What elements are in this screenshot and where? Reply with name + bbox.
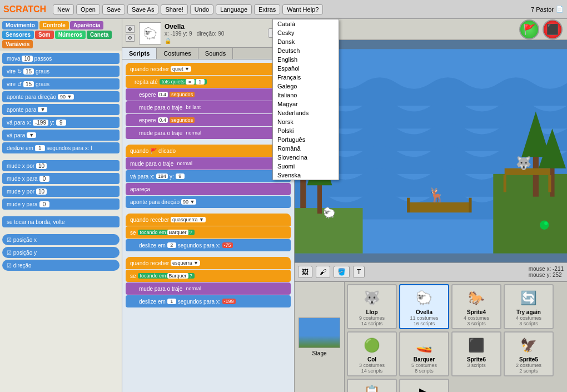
script-va-para-x194[interactable]: vá para x: 194 y: 9 bbox=[126, 170, 291, 182]
lang-catala[interactable]: Català bbox=[273, 19, 339, 28]
script-when-receive-esquerra[interactable]: quando receber esquerra ▼ bbox=[126, 257, 291, 269]
block-posicao-x[interactable]: ☑ posição x bbox=[2, 234, 120, 245]
lang-magyar[interactable]: Magyar bbox=[273, 100, 339, 108]
script-when-receive-quiet[interactable]: quando receber quiet ▼ bbox=[126, 63, 291, 75]
block-mude-x-por[interactable]: mude x por 10 bbox=[2, 160, 120, 171]
lang-english[interactable]: English bbox=[273, 55, 339, 64]
green-flag-button[interactable]: 🚩 bbox=[519, 19, 539, 39]
stage-preview bbox=[299, 317, 340, 348]
tab-scripts[interactable]: Scripts bbox=[122, 48, 157, 59]
cat-numeros[interactable]: Números bbox=[55, 31, 86, 39]
stage-tool-fill[interactable]: 🪣 bbox=[334, 266, 350, 278]
sprite-item-col[interactable]: 🟢Col3 costumes 14 scripts bbox=[347, 331, 397, 376]
expand-view-btn[interactable]: ⊕ bbox=[126, 25, 135, 33]
open-button[interactable]: Open bbox=[76, 4, 100, 14]
script-espere-2[interactable]: espere 0.4 segundos bbox=[126, 114, 291, 126]
sprite-item-try-again[interactable]: 🔄Try again4 costumes 3 scripts bbox=[504, 284, 554, 329]
sprite-item-info: 2 costumes 2 scripts bbox=[516, 363, 541, 374]
lang-norsk[interactable]: Norsk bbox=[273, 117, 339, 126]
lang-italiano[interactable]: Italiano bbox=[273, 91, 339, 100]
lang-espanol[interactable]: Español bbox=[273, 64, 339, 73]
cat-aparencia[interactable]: Aparência bbox=[70, 21, 103, 29]
script-aponte-direcao-90[interactable]: aponte para direção 90 ▼ bbox=[126, 196, 291, 208]
stage-thumbnail[interactable]: Stage bbox=[295, 282, 345, 392]
undo-button[interactable]: Undo bbox=[190, 4, 213, 14]
cat-caneta[interactable]: Caneta bbox=[87, 31, 112, 39]
cat-variaveis[interactable]: Variáveis bbox=[2, 40, 33, 48]
lang-dansk[interactable]: Dansk bbox=[273, 37, 339, 46]
block-deslize[interactable]: deslize em 1 segundos para x: l bbox=[2, 142, 120, 153]
script-mude-traje-brillant[interactable]: mude para o traje brillant bbox=[126, 101, 291, 113]
lang-portugues[interactable]: Português bbox=[273, 135, 339, 144]
block-va-para[interactable]: vá para ▼ bbox=[2, 130, 120, 141]
script-se-tocando-barquer-2[interactable]: se tocando em Barquer ? bbox=[126, 270, 291, 282]
save-as-button[interactable]: Save As bbox=[127, 4, 158, 14]
script-mude-traje-normal-3[interactable]: mude para o traje normal bbox=[126, 282, 291, 295]
sprite-item-idioma[interactable]: 📋Idioma2 costumes 3 scripts bbox=[347, 379, 397, 392]
block-vire-ccw[interactable]: vire ↺ 15 graus bbox=[2, 78, 120, 90]
language-dropdown[interactable]: Català Cesky Dansk Deutsch English Españ… bbox=[272, 19, 339, 180]
svg-text:🐑: 🐑 bbox=[323, 206, 336, 219]
script-mude-traje-normal-2[interactable]: mude para o traje normal bbox=[126, 157, 291, 170]
block-mude-y-por[interactable]: mude y por 10 bbox=[2, 186, 120, 197]
lang-francais[interactable]: Français bbox=[273, 73, 339, 82]
sprite-item-start[interactable]: ▶Start4 costumes 4 scripts bbox=[399, 379, 449, 392]
script-se-tocando-barquer[interactable]: se tocando em Barquer ? bbox=[126, 226, 291, 239]
block-mude-y-para[interactable]: mude y para 0 bbox=[2, 199, 120, 210]
cat-movimento[interactable]: Movimento bbox=[2, 21, 38, 29]
block-direcao[interactable]: ☑ direção bbox=[2, 260, 120, 271]
block-aponte-para[interactable]: aponte para ▼ bbox=[2, 104, 120, 115]
tab-costumes[interactable]: Costumes bbox=[157, 48, 198, 59]
shrink-view-btn[interactable]: ⊖ bbox=[126, 34, 135, 42]
lang-suomi[interactable]: Suomi bbox=[273, 162, 339, 171]
stage-tool-draw[interactable]: 🖼 bbox=[298, 266, 312, 278]
block-borda[interactable]: se tocar na borda, volte bbox=[2, 216, 120, 227]
sprites-list: 🐺Llop9 costumes 14 scripts🐑Ovella11 cost… bbox=[345, 282, 567, 392]
scripts-area[interactable]: quando receber quiet ▼ repita até tots q… bbox=[122, 59, 294, 392]
script-repeat-until[interactable]: repita até tots quiets = 1 bbox=[126, 76, 291, 88]
lang-slovencina[interactable]: Slovencina bbox=[273, 153, 339, 162]
extras-button[interactable]: Extras bbox=[254, 4, 280, 14]
lang-polski[interactable]: Polski bbox=[273, 126, 339, 135]
sprite-item-barquer[interactable]: 🚤Barquer5 costumes 8 scripts bbox=[399, 331, 449, 376]
help-button[interactable]: Want Help? bbox=[282, 4, 323, 14]
sprite-item-info: 4 costumes 3 scripts bbox=[516, 315, 541, 326]
lang-galego[interactable]: Galego bbox=[273, 82, 339, 91]
script-deslize-x199[interactable]: deslize em 1 segundos para x: -199 bbox=[126, 295, 291, 307]
save-button[interactable]: Save bbox=[102, 4, 125, 14]
tab-sounds[interactable]: Sounds bbox=[198, 48, 233, 59]
block-aponte-direcao[interactable]: aponte para direção 90 ▼ bbox=[2, 91, 120, 102]
cat-som[interactable]: Som bbox=[35, 31, 54, 39]
sprite-item-llop[interactable]: 🐺Llop9 costumes 14 scripts bbox=[347, 284, 397, 329]
lang-cesky[interactable]: Cesky bbox=[273, 28, 339, 37]
block-mova[interactable]: mova 10 passos bbox=[2, 53, 120, 64]
sprite-item-sprite4[interactable]: 🐎Sprite44 costumes 3 scripts bbox=[451, 284, 501, 329]
sprite-item-info: 5 costumes 8 scripts bbox=[411, 363, 437, 374]
cat-controle[interactable]: Controle bbox=[39, 21, 69, 29]
stage-tool-brush[interactable]: 🖌 bbox=[316, 266, 330, 278]
lang-romana[interactable]: Română bbox=[273, 144, 339, 153]
stop-button[interactable]: ⬛ bbox=[543, 19, 563, 39]
language-button[interactable]: Language bbox=[216, 4, 252, 14]
script-mude-traje-normal[interactable]: mude para o traje normal bbox=[126, 127, 291, 139]
block-vire-cw[interactable]: vire ↻ 15 graus bbox=[2, 66, 120, 77]
script-deslize-2sec[interactable]: deslize em 2 segundos para x: -75 bbox=[126, 239, 291, 251]
share-button[interactable]: Share! bbox=[161, 4, 187, 14]
sprite-item-sprite6[interactable]: ⬛Sprite63 scripts bbox=[451, 331, 501, 376]
stage-tool-text[interactable]: T bbox=[353, 266, 365, 278]
block-va-para-xy[interactable]: vá para x: -199 y: 9 bbox=[2, 117, 120, 128]
cat-sensores[interactable]: Sensores bbox=[2, 31, 34, 39]
sprite-item-ovella[interactable]: 🐑Ovella11 costumes 16 scripts bbox=[399, 284, 449, 329]
lang-svenska[interactable]: Svenska bbox=[273, 171, 339, 180]
lang-nederlands[interactable]: Nederlands bbox=[273, 108, 339, 117]
script-when-flag-clicked[interactable]: quando 🚩 clicado bbox=[126, 145, 291, 157]
blocks-panel: Movimento Controle Aparência Sensores So… bbox=[0, 19, 122, 392]
lang-deutsch[interactable]: Deutsch bbox=[273, 46, 339, 55]
block-posicao-y[interactable]: ☑ posição y bbox=[2, 247, 120, 258]
script-when-receive-quasquerra[interactable]: quando receber quasquerra ▼ bbox=[126, 214, 291, 226]
new-button[interactable]: New bbox=[53, 4, 74, 14]
script-apareca[interactable]: apareça bbox=[126, 183, 291, 195]
sprite-item-sprite5[interactable]: 🦅Sprite52 costumes 2 scripts bbox=[504, 331, 554, 376]
block-mude-x-para[interactable]: mude x para 0 bbox=[2, 173, 120, 184]
script-espere-1[interactable]: espere 0.4 segundos bbox=[126, 88, 291, 101]
